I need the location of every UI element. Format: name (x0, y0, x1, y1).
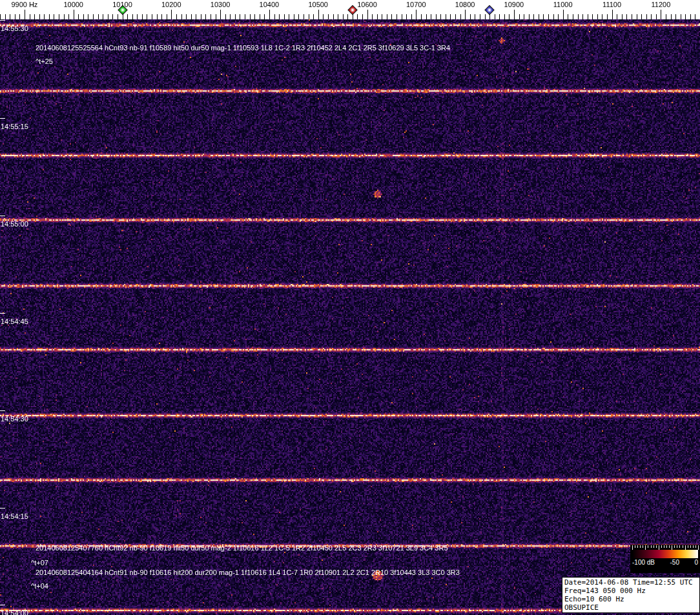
frequency-tick (68, 14, 69, 19)
frequency-tick (260, 14, 260, 19)
frequency-tick-label: 10300 (211, 1, 231, 8)
frequency-tick (74, 10, 74, 19)
colorbar-tick (695, 545, 696, 548)
frequency-tick (118, 14, 118, 19)
frequency-tick (39, 14, 40, 19)
frequency-tick (514, 10, 515, 19)
frequency-tick-label: 11000 (553, 1, 573, 8)
frequency-tick (612, 10, 613, 19)
frequency-tick (196, 14, 196, 19)
frequency-tick (495, 14, 495, 19)
colorbar-tick (683, 545, 683, 548)
frequency-tick-label: 11200 (652, 1, 671, 8)
frequency-tick (5, 14, 6, 19)
frequency-tick (480, 14, 480, 19)
frequency-tick (289, 14, 289, 19)
frequency-tick (460, 14, 461, 19)
frequency-tick (88, 14, 88, 19)
frequency-tick (367, 10, 368, 19)
frequency-tick (64, 14, 65, 19)
colorbar-label-min: -100 dB (632, 559, 655, 566)
frequency-tick (230, 14, 231, 19)
frequency-tick (387, 14, 387, 19)
frequency-tick (646, 14, 647, 19)
spectrogram-app: 9900 Hz100001010010200103001040010500106… (0, 0, 700, 615)
frequency-tick-label: 10400 (260, 1, 280, 8)
colorbar-tick (659, 545, 659, 550)
status-info-box: Date=2014-06-08 Time=12:55 UTC Freq=143 … (562, 577, 700, 613)
frequency-tick-label: 10200 (161, 1, 181, 8)
frequency-tick (470, 14, 471, 19)
frequency-tick (186, 14, 187, 19)
frequency-tick (19, 14, 20, 19)
colorbar-tick (677, 545, 677, 548)
frequency-tick-label: 10900 (504, 1, 524, 8)
frequency-tick (147, 14, 147, 19)
frequency-tick (465, 10, 466, 19)
frequency-tick (411, 14, 412, 19)
frequency-tick (455, 14, 456, 19)
frequency-tick (592, 14, 593, 19)
frequency-tick (338, 14, 338, 19)
frequency-tick (675, 14, 676, 19)
frequency-tick (382, 14, 382, 19)
colorbar-labels: -100 dB -50 0 (630, 558, 700, 566)
frequency-tick (421, 14, 422, 19)
frequency-tick (617, 14, 617, 19)
colorbar-tick (688, 545, 688, 548)
frequency-tick (137, 14, 138, 19)
frequency-tick-label: 9900 Hz (11, 1, 37, 8)
frequency-tick (30, 14, 30, 19)
frequency-tick (0, 14, 1, 19)
frequency-tick (524, 14, 524, 19)
colorbar-tick (635, 545, 635, 548)
frequency-tick-label: 10000 (63, 1, 83, 8)
frequency-tick (254, 14, 255, 19)
frequency-tick (176, 14, 177, 19)
frequency-tick (641, 14, 642, 19)
frequency-tick (284, 14, 285, 19)
frequency-tick (235, 14, 236, 19)
frequency-tick (44, 14, 45, 19)
frequency-tick (343, 14, 344, 19)
frequency-tick (304, 14, 304, 19)
frequency-tick (632, 14, 632, 19)
spectrogram-canvas[interactable] (0, 19, 700, 615)
colorbar-tick (679, 545, 680, 548)
colorbar-label-mid: -50 (670, 559, 679, 566)
colorbar-tick (685, 545, 686, 550)
frequency-tick (161, 14, 162, 19)
frequency-tick (622, 14, 623, 19)
frequency-tick (402, 14, 402, 19)
frequency-tick (588, 14, 588, 19)
frequency-tick (651, 14, 652, 19)
frequency-tick (225, 14, 226, 19)
frequency-tick (431, 14, 431, 19)
colorbar-tick (632, 545, 633, 550)
colorbar-tick (640, 545, 641, 548)
frequency-tick-label: 10800 (455, 1, 475, 8)
frequency-tick (83, 14, 84, 19)
frequency-tick (440, 14, 441, 19)
frequency-tick (103, 14, 103, 19)
frequency-tick (509, 14, 510, 19)
frequency-tick (578, 14, 579, 19)
marker-blue-icon[interactable] (484, 5, 495, 15)
frequency-tick (681, 14, 681, 19)
frequency-tick (558, 14, 559, 19)
marker-red-icon[interactable] (347, 5, 358, 15)
info-date-line: Date=2014-06-08 Time=12:55 UTC (564, 578, 697, 587)
frequency-tick (406, 14, 407, 19)
frequency-tick (362, 14, 363, 19)
frequency-tick (504, 14, 505, 19)
frequency-tick (637, 14, 637, 19)
frequency-tick (245, 14, 245, 19)
frequency-tick (519, 14, 520, 19)
frequency-tick (152, 14, 152, 19)
frequency-tick (347, 14, 348, 19)
frequency-tick-label: 10700 (406, 1, 426, 8)
frequency-tick (49, 14, 50, 19)
frequency-tick (240, 14, 240, 19)
frequency-tick (533, 14, 534, 19)
info-station-line: OBSUPICE (564, 603, 697, 612)
